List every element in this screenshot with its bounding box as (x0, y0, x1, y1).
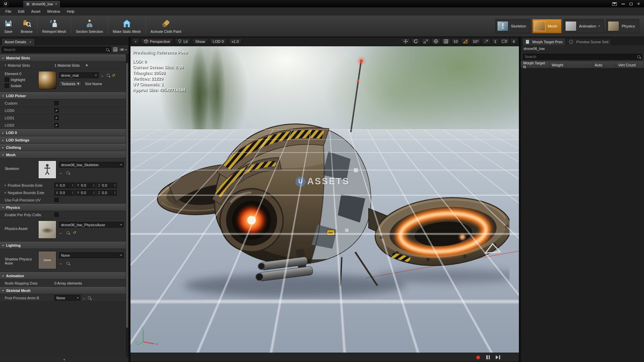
playback-speed-button[interactable]: x1.0 (228, 38, 242, 45)
camera-speed-button[interactable] (500, 38, 509, 45)
category-lod0[interactable]: LOD 0 (0, 129, 126, 136)
skeleton-thumbnail[interactable] (38, 161, 56, 179)
post-process-anim-select[interactable]: None (54, 295, 80, 301)
pause-button[interactable] (486, 355, 490, 359)
use-selected-asset-icon[interactable] (59, 170, 63, 175)
viewport-options-button[interactable] (132, 38, 139, 45)
mode-animation-button[interactable]: Animation (564, 19, 604, 33)
add-material-slot-icon[interactable] (86, 63, 88, 68)
details-grid-icon[interactable] (113, 47, 118, 53)
activate-cloth-paint-button[interactable]: Activate Cloth Paint (147, 15, 185, 37)
pos-bounds-y-field[interactable]: Y0.0 (75, 183, 96, 188)
search-box[interactable] (523, 54, 642, 60)
search-input[interactable] (4, 48, 105, 52)
browse-to-asset-icon[interactable] (88, 296, 91, 299)
use-selected-asset-icon[interactable] (59, 261, 63, 265)
custom-checkbox[interactable] (54, 101, 59, 105)
category-mesh[interactable]: Mesh (0, 151, 126, 159)
chevron-down-icon[interactable] (5, 64, 6, 67)
lod1-checkbox[interactable]: ✔ (54, 116, 59, 120)
translate-tool-button[interactable] (401, 38, 410, 45)
rotate-tool-button[interactable] (411, 38, 420, 45)
minimize-button[interactable] (622, 4, 625, 4)
expand-more-chevron-icon[interactable] (0, 357, 128, 362)
panel-scrollbar[interactable] (126, 54, 128, 357)
tab-close-icon[interactable] (29, 40, 31, 44)
spinner-icon[interactable] (72, 184, 73, 187)
record-button[interactable] (476, 355, 480, 360)
column-weight[interactable]: Weight (549, 62, 592, 68)
menu-file[interactable]: File (2, 8, 15, 15)
save-button[interactable]: Save (0, 15, 17, 37)
lod-menu-button[interactable]: LOD 0 (210, 38, 227, 45)
material-thumbnail[interactable] (38, 71, 56, 89)
camera-speed-value-button[interactable]: 4 (510, 38, 517, 45)
section-selection-button[interactable]: Section Selection (72, 15, 107, 37)
physics-asset-select[interactable]: drone06_low_PhysicsAsse (59, 222, 124, 228)
use-selected-asset-icon[interactable] (101, 73, 105, 78)
reset-to-default-icon[interactable] (73, 230, 76, 235)
scale-tool-button[interactable] (421, 38, 430, 45)
scale-snap-button[interactable] (482, 38, 491, 45)
physics-asset-thumbnail[interactable] (38, 221, 56, 239)
neg-bounds-z-field[interactable]: Z0.0 (97, 190, 117, 195)
scrollbar-thumb[interactable] (126, 63, 128, 328)
spinner-icon[interactable] (114, 191, 115, 194)
textures-dropdown-button[interactable]: Textures (59, 81, 82, 86)
chevron-right-icon[interactable] (5, 184, 6, 187)
shadow-physics-thumbnail[interactable]: None (38, 251, 56, 269)
grid-snap-button[interactable] (441, 38, 450, 45)
column-vert-count[interactable]: Vert Count (616, 62, 644, 68)
menu-edit[interactable]: Edit (15, 8, 28, 15)
tab-preview-scene-settings[interactable]: i Preview Scene Sett (566, 38, 612, 45)
grid-snap-value-button[interactable]: 10 (451, 38, 460, 45)
mode-physics-button[interactable]: Physics (606, 19, 639, 33)
lit-mode-button[interactable]: Lit (175, 38, 191, 45)
chevron-right-icon[interactable] (5, 191, 6, 194)
rotation-snap-button[interactable] (461, 38, 470, 45)
rotation-snap-value-button[interactable]: 10° (471, 38, 481, 45)
feedback-icon[interactable] (612, 2, 617, 6)
pos-bounds-x-field[interactable]: X0.0 (54, 183, 74, 188)
category-physics[interactable]: Physics (0, 204, 126, 211)
reset-to-default-icon[interactable] (112, 73, 115, 78)
spinner-icon[interactable] (72, 191, 73, 194)
close-button[interactable] (637, 2, 640, 6)
category-lod-picker[interactable]: LOD Picker (0, 92, 126, 100)
step-forward-button[interactable] (496, 355, 500, 359)
lod0-checkbox[interactable]: ✔ (54, 108, 59, 113)
search-box[interactable] (2, 47, 111, 53)
menu-help[interactable]: Help (63, 8, 78, 15)
category-animation[interactable]: Animation (0, 272, 126, 280)
tab-close-icon[interactable] (55, 2, 57, 6)
menu-asset[interactable]: Asset (28, 8, 44, 15)
material-select[interactable]: drone_mat (59, 72, 99, 78)
category-lighting[interactable]: Lighting (0, 242, 126, 249)
spinner-icon[interactable] (114, 184, 115, 187)
use-selected-asset-icon[interactable] (82, 296, 86, 300)
browse-button[interactable]: Browse (17, 15, 37, 37)
category-skeletal-mesh[interactable]: Skeletal Mesh (0, 287, 126, 294)
category-material-slots[interactable]: Material Slots (0, 54, 126, 62)
spinner-icon[interactable] (93, 191, 94, 194)
shadow-physics-select[interactable]: None (59, 252, 124, 258)
browse-to-asset-icon[interactable] (66, 262, 69, 265)
scale-snap-value-button[interactable]: 1 (492, 38, 499, 45)
reimport-mesh-button[interactable]: Reimport Mesh (38, 15, 70, 37)
coordinate-system-button[interactable] (431, 38, 440, 45)
maximize-button[interactable] (630, 3, 633, 5)
morph-search-input[interactable] (525, 55, 636, 59)
document-tab[interactable]: drone06_low (23, 0, 60, 7)
use-selected-asset-icon[interactable] (59, 230, 63, 235)
column-auto[interactable]: Auto (592, 62, 616, 68)
highlight-checkbox[interactable] (5, 77, 9, 82)
perspective-button[interactable]: Perspective (141, 38, 173, 45)
category-clothing[interactable]: Clothing (0, 144, 126, 151)
make-static-mesh-button[interactable]: Make Static Mesh (109, 15, 145, 37)
neg-bounds-x-field[interactable]: X0.0 (54, 190, 74, 195)
browse-to-asset-icon[interactable] (66, 231, 69, 234)
isolate-checkbox[interactable] (5, 83, 9, 88)
visibility-filter-icon[interactable] (119, 48, 127, 52)
spinner-icon[interactable] (93, 184, 94, 187)
viewport-canvas[interactable]: ON (130, 46, 519, 353)
